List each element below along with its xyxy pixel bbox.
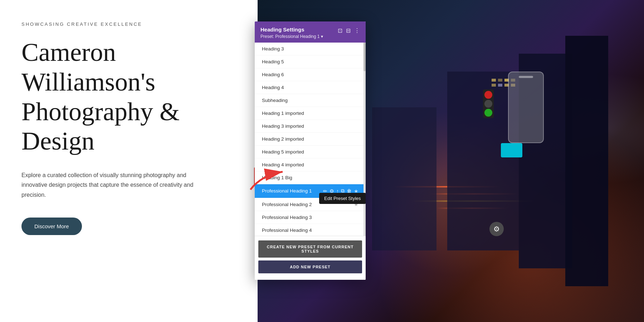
panel-header: ⊡ ⊟ ⋮ Heading Settings Preset: Professio… bbox=[255, 21, 366, 43]
list-item-heading-4[interactable]: Heading 4 bbox=[255, 81, 366, 94]
traffic-light bbox=[483, 89, 494, 118]
scrollbar-thumb bbox=[364, 43, 366, 71]
list-item-heading-5-imported[interactable]: Heading 5 imported bbox=[255, 146, 366, 158]
heading-settings-panel: ⊡ ⊟ ⋮ Heading Settings Preset: Professio… bbox=[255, 21, 366, 280]
add-preset-button[interactable]: ADD NEW PRESET bbox=[258, 260, 362, 273]
left-content-area: SHOWCASING CREATIVE EXCELLENCE Cameron W… bbox=[0, 0, 258, 322]
list-item-heading-3-imported[interactable]: Heading 3 imported bbox=[255, 120, 366, 133]
list-item-heading-2-imported[interactable]: Heading 2 imported bbox=[255, 133, 366, 146]
panel-footer: CREATE NEW PRESET FROM CURRENT STYLES AD… bbox=[255, 236, 366, 280]
more-options-icon[interactable]: ⋮ bbox=[354, 27, 360, 34]
wrench-icon[interactable]: ⚙ bbox=[489, 222, 504, 236]
create-preset-button[interactable]: CREATE NEW PRESET FROM CURRENT STYLES bbox=[258, 240, 362, 258]
preset-label[interactable]: Preset: Professional Heading 1 ▾ bbox=[260, 34, 323, 39]
panel-header-icons: ⊡ ⊟ ⋮ bbox=[338, 27, 360, 34]
discover-more-button[interactable]: Discover More bbox=[21, 218, 82, 235]
scrollbar-track bbox=[364, 43, 366, 236]
phone-mockup bbox=[508, 72, 544, 143]
list-item-professional-heading-3[interactable]: Professional Heading 3 bbox=[255, 211, 366, 224]
building-3 bbox=[565, 36, 608, 286]
cyan-element bbox=[501, 143, 522, 157]
main-title: Cameron Williamson's Photography & Desig… bbox=[21, 38, 236, 156]
list-item-heading-1-imported[interactable]: Heading 1 imported bbox=[255, 107, 366, 120]
minimize-icon[interactable]: ⊡ bbox=[338, 27, 342, 34]
list-item-subheading[interactable]: Subheading bbox=[255, 94, 366, 107]
list-item-heading-6[interactable]: Heading 6 bbox=[255, 68, 366, 81]
panel-preset-row: Preset: Professional Heading 1 ▾ bbox=[260, 34, 360, 39]
list-item-heading-3[interactable]: Heading 3 bbox=[255, 43, 366, 55]
list-item-heading-5[interactable]: Heading 5 bbox=[255, 55, 366, 68]
building-4 bbox=[372, 107, 436, 250]
tagline: SHOWCASING CREATIVE EXCELLENCE bbox=[21, 21, 236, 27]
list-item-heading-1-big[interactable]: Heading 1 Big bbox=[255, 171, 366, 184]
preset-list[interactable]: Heading 3 Heading 5 Heading 6 Heading 4 … bbox=[255, 43, 366, 236]
description-text: Explore a curated collection of visually… bbox=[21, 170, 200, 200]
edit-preset-tooltip: Edit Preset Styles bbox=[319, 193, 366, 204]
list-item-professional-heading-4[interactable]: Professional Heading 4 bbox=[255, 224, 366, 236]
split-icon[interactable]: ⊟ bbox=[346, 27, 351, 34]
list-item-heading-4-imported[interactable]: Heading 4 imported bbox=[255, 158, 366, 171]
